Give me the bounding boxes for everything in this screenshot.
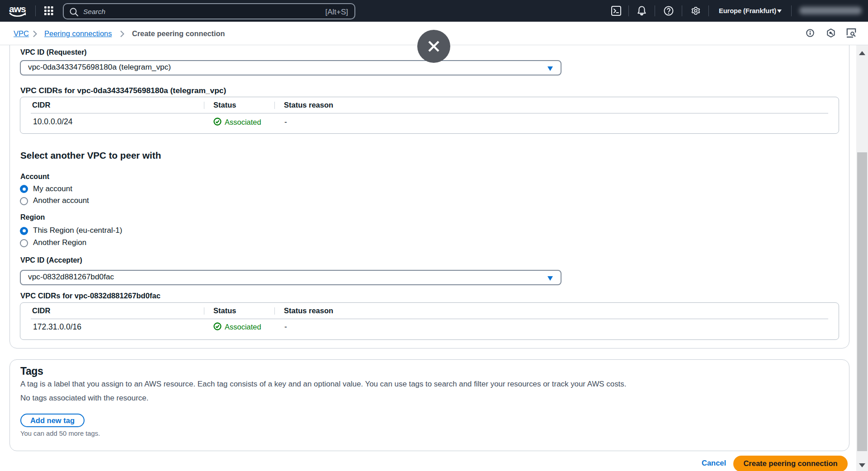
svg-text:aws: aws	[9, 4, 26, 14]
